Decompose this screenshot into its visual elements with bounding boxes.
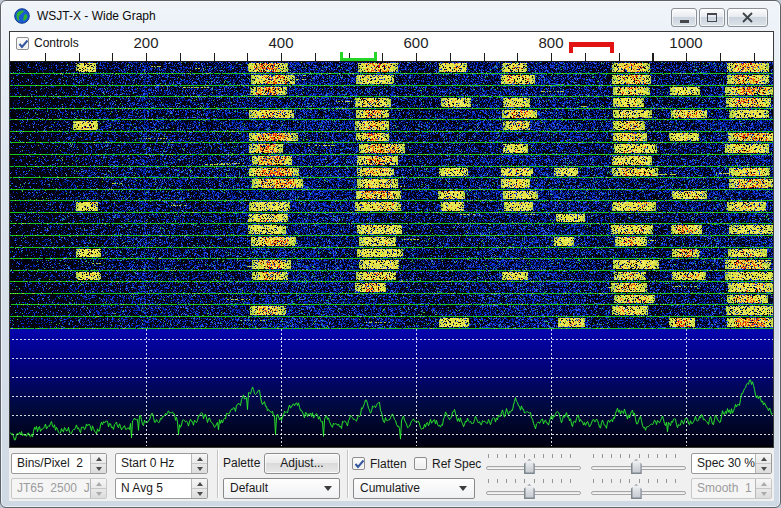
ref-spec-checkbox[interactable]: Ref Spec: [414, 453, 481, 474]
slider-ticks: [488, 454, 579, 458]
window-title: WSJT-X - Wide Graph: [37, 9, 156, 23]
check-icon: [18, 39, 29, 50]
spin-buttons[interactable]: [191, 454, 207, 473]
wsjtx-wide-graph-window: WSJT-X - Wide Graph Controls: [0, 0, 781, 508]
scale-tick-marks: [45, 53, 757, 61]
n-avg-spinbox[interactable]: N Avg 5: [115, 478, 208, 499]
waterfall-canvas[interactable]: [10, 62, 773, 329]
spin-up-icon: [761, 457, 767, 461]
controls-label: Controls: [34, 36, 79, 50]
slider-thumb[interactable]: [631, 484, 642, 499]
spin-up-icon: [96, 482, 102, 486]
freq-label-200: 200: [133, 34, 158, 51]
spin-down-icon: [96, 467, 102, 471]
spec-percent-value: Spec 30 %: [692, 454, 755, 473]
adjust-palette-button[interactable]: Adjust...: [264, 453, 340, 474]
separator: [217, 450, 219, 498]
palette-combo-value: Default: [224, 479, 324, 498]
start-frequency-value: Start 0 Hz: [116, 454, 191, 473]
rx-frequency-marker: [340, 52, 377, 61]
spin-up-icon: [197, 457, 203, 461]
frequency-scale[interactable]: Controls 200 400 600 800 1000: [10, 32, 773, 62]
ref-spec-label: Ref Spec: [432, 457, 481, 471]
check-icon: [354, 459, 365, 470]
checkbox-box: [16, 37, 29, 50]
slider-thumb[interactable]: [524, 459, 535, 474]
flatten-label: Flatten: [370, 457, 407, 471]
spin-up-icon: [96, 457, 102, 461]
n-avg-value: N Avg 5: [116, 479, 191, 498]
flatten-checkbox[interactable]: Flatten: [352, 453, 407, 474]
spin-down-icon: [96, 492, 102, 496]
slider-ticks: [488, 479, 579, 483]
spin-down-icon: [761, 492, 767, 496]
waterfall-zero-slider[interactable]: [591, 454, 686, 474]
maximize-button[interactable]: [699, 8, 725, 27]
spec-percent-spinbox[interactable]: Spec 30 %: [691, 453, 772, 474]
jt65-jt9-split-spinbox: JT65 2500 JT9: [11, 478, 107, 499]
control-panel: Bins/Pixel 2 Start 0 Hz Palette Adjust..…: [9, 448, 774, 501]
freq-label-600: 600: [403, 34, 428, 51]
bins-per-pixel-spinbox[interactable]: Bins/Pixel 2: [11, 453, 107, 474]
freq-label-1000: 1000: [669, 34, 702, 51]
app-icon: [14, 8, 30, 24]
plot-area: Controls 200 400 600 800 1000: [9, 31, 774, 448]
spectrum-canvas[interactable]: [10, 329, 773, 446]
smooth-value: Smooth 1: [692, 479, 755, 498]
palette-label: Palette: [223, 453, 260, 474]
jt65-jt9-split-value: JT65 2500 JT9: [12, 479, 90, 498]
close-button[interactable]: [727, 8, 768, 27]
combo-arrow-icon: [459, 486, 467, 491]
slider-ticks: [593, 479, 684, 483]
separator: [347, 450, 349, 498]
palette-combo[interactable]: Default: [223, 478, 340, 499]
maximize-icon: [707, 13, 717, 22]
slider-ticks: [593, 454, 684, 458]
spectrum-gain-slider[interactable]: [486, 479, 581, 499]
checkbox-box: [414, 457, 427, 470]
waterfall-gain-slider[interactable]: [486, 454, 581, 474]
display-mode-combo[interactable]: Cumulative: [353, 478, 475, 499]
spectrum-zero-slider[interactable]: [591, 479, 686, 499]
tx-frequency-marker: [569, 42, 614, 53]
spin-buttons[interactable]: [755, 454, 771, 473]
close-icon: [741, 12, 754, 23]
spin-buttons[interactable]: [90, 454, 106, 473]
spin-down-icon: [761, 467, 767, 471]
freq-label-400: 400: [268, 34, 293, 51]
titlebar[interactable]: WSJT-X - Wide Graph: [1, 1, 780, 31]
bins-per-pixel-value: Bins/Pixel 2: [12, 454, 90, 473]
spin-up-icon: [761, 482, 767, 486]
spin-buttons: [90, 479, 106, 498]
spin-up-icon: [197, 482, 203, 486]
controls-checkbox[interactable]: Controls: [16, 36, 79, 50]
spin-buttons[interactable]: [191, 479, 207, 498]
freq-label-800: 800: [538, 34, 563, 51]
spin-down-icon: [197, 467, 203, 471]
minimize-icon: [680, 20, 689, 23]
checkbox-box: [352, 457, 365, 470]
start-frequency-spinbox[interactable]: Start 0 Hz: [115, 453, 208, 474]
combo-arrow-icon: [324, 486, 332, 491]
spin-buttons: [755, 479, 771, 498]
client-area: Controls 200 400 600 800 1000 Bins/Pixel…: [9, 31, 774, 501]
slider-thumb[interactable]: [631, 459, 642, 474]
spin-down-icon: [197, 492, 203, 496]
slider-thumb[interactable]: [524, 484, 535, 499]
smooth-spinbox: Smooth 1: [691, 478, 772, 499]
display-mode-value: Cumulative: [354, 479, 459, 498]
minimize-button[interactable]: [671, 8, 697, 27]
